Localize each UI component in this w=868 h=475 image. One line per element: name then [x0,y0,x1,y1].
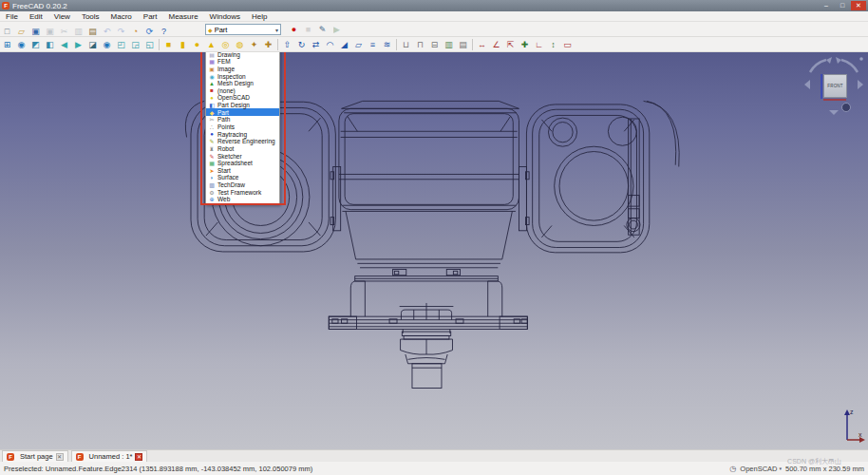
macro-edit-icon[interactable]: ✎ [315,23,330,36]
part-tube-icon[interactable]: ◍▾ [233,38,247,51]
workbench-dropdown-item[interactable]: ● OpenSCAD [206,94,279,102]
navcube-front-face[interactable]: FRONT [823,74,847,98]
measure-refresh-icon[interactable]: ⇱▾ [503,38,518,51]
boolean-common-icon[interactable]: ⊟▾ [427,38,442,51]
measure-toggle-icon[interactable]: ∟▾ [532,38,546,51]
workbench-dropdown-item[interactable]: ■ (none) [206,86,279,94]
viewport-3d[interactable]: FRONT z x ⌂ Arch ✎ Draft [0,52,868,449]
workbench-dropdown-item[interactable]: ▥ TechDraw [206,181,279,189]
part-cone-icon[interactable]: ▲▾ [204,38,218,51]
workbench-dropdown-item[interactable]: ◉ Inspection [206,72,279,80]
navigation-cube[interactable]: FRONT [802,55,865,116]
workbench-dropdown-item[interactable]: ● Raytracing [206,130,279,138]
fit-all-icon[interactable]: ⊞▾ [0,38,14,51]
workbench-dropdown-item[interactable]: ⚙ Test Framework [206,188,279,196]
close-button[interactable]: ✕ [851,1,866,10]
save-icon[interactable]: ▣▾ [28,25,43,38]
workbench-dropdown-item[interactable]: ◧ Part Design [206,102,279,109]
boolean-union-icon[interactable]: ⊔▾ [399,38,413,51]
edit-mode-icon[interactable]: ◔▾ [128,25,142,38]
macro-record-icon[interactable]: ● [287,23,301,36]
workbench-dropdown-item[interactable]: ▣ Image [206,66,279,73]
revolve-icon[interactable]: ↻▾ [294,38,309,51]
workbench-dropdown-item[interactable]: ◗ Surface [206,174,279,181]
viewport-dimensions: 500.70 mm x 230.59 mm [785,465,864,473]
maximize-button[interactable]: □ [835,1,850,10]
draw-style-icon[interactable]: ◪▾ [85,38,100,51]
workbench-dropdown-item[interactable]: ⊕ Web [206,196,279,203]
cut-icon[interactable]: ✂▾ [57,25,71,38]
redo-icon[interactable]: ↷▾ [114,25,128,38]
part-sphere-icon[interactable]: ●▾ [190,38,204,51]
chamfer-icon[interactable]: ◢▾ [337,38,351,51]
refresh-icon[interactable]: ⟳▾ [142,25,157,38]
new-document-icon[interactable]: □▾ [0,25,14,38]
workbench-item-label: Surface [217,174,238,180]
macro-play-icon[interactable]: ▶ [330,23,344,36]
workbench-dropdown-item[interactable]: ♜ Robot [206,145,279,153]
chevron-down-icon: ▾ [275,27,278,33]
measure-toggle-3d-icon[interactable]: ↕▾ [546,38,560,51]
wireframe-model[interactable] [0,52,868,449]
tab-start-page[interactable]: F Start page ✕ [2,450,68,462]
navigation-style-selector[interactable]: OpenSCAD ▾ [740,465,782,473]
front-view-icon[interactable]: ◧▾ [43,38,57,51]
workbench-dropdown-item[interactable]: ✎ Sketcher [206,152,279,160]
part-torus-icon[interactable]: ◎▾ [218,38,233,51]
tab-close-icon-highlighted[interactable]: ✕ [135,453,142,461]
copy-icon[interactable]: ▥▾ [71,25,85,38]
menu-item[interactable]: Windows [204,11,246,22]
toolbar-file: □▾▱▾▣▾▣▾✂▾▥▾▤▾↶▾↷▾◔▾⟳▾?▾ ◆ Part ▾ ●■✎▶ [0,22,868,37]
save-as-icon[interactable]: ▣▾ [43,25,57,38]
fillet-icon[interactable]: ◠▾ [323,38,337,51]
measure-linear-icon[interactable]: ↔▾ [475,38,489,51]
fit-selection-icon[interactable]: ◉▾ [14,38,28,51]
minimize-button[interactable]: – [819,1,834,10]
shape-builder-icon[interactable]: ✚▾ [261,38,275,51]
workbench-item-icon: ◆ [208,109,216,116]
workbench-dropdown-item[interactable]: ➤ Start [206,167,279,175]
paste-icon[interactable]: ▤▾ [85,25,100,38]
cross-section-icon[interactable]: ▤▾ [456,38,470,51]
workbench-selector[interactable]: ◆ Part ▾ [205,24,281,35]
extrude-icon[interactable]: ⇧▾ [280,38,294,51]
workbench-dropdown-item[interactable]: ▦ Spreadsheet [206,160,279,167]
tab-unnamed-document[interactable]: F Unnamed : 1* ✕ [71,450,148,462]
workbench-item-icon: ◉ [208,73,216,80]
part-primitives-icon[interactable]: ✦▾ [247,38,261,51]
section-icon[interactable]: ▥▾ [442,38,456,51]
axonometric-view-icon[interactable]: ◩▾ [28,38,43,51]
workbench-dropdown-item[interactable]: ∴ Points [206,124,279,131]
workbench-item-icon: ● [208,131,216,137]
part-box-icon[interactable]: ■▾ [161,38,176,51]
ruled-surface-icon[interactable]: ▱▾ [351,38,366,51]
view-cube-1-icon[interactable]: ◰▾ [114,38,128,51]
workbench-item-icon: ▲ [208,81,216,86]
workbench-dropdown-item[interactable]: ▦ FEM [206,58,279,66]
measure-angular-icon[interactable]: ∠▾ [489,38,503,51]
view-cube-2-icon[interactable]: ◲▾ [128,38,142,51]
open-document-icon[interactable]: ▱▾ [14,25,28,38]
workbench-dropdown-item[interactable]: ✂ Path [206,116,279,124]
view-cube-3-icon[interactable]: ◱▾ [142,38,157,51]
tab-close-icon[interactable]: ✕ [56,453,64,461]
boolean-cut-icon[interactable]: ⊓▾ [413,38,427,51]
measure-clear-icon[interactable]: ✚▾ [518,38,532,51]
measure-delta-icon[interactable]: ▭▾ [560,38,575,51]
workbench-dropdown-item[interactable]: ✎ Reverse Engineering [206,138,279,145]
part-cylinder-icon[interactable]: ▮▾ [176,38,190,51]
menu-item[interactable]: Help [246,11,273,22]
macro-stop-icon[interactable]: ■ [301,23,315,36]
mirror-icon[interactable]: ⇄▾ [309,38,323,51]
status-bar: Preselected: Unnamed.Feature.Edge2314 (1… [0,462,868,475]
workbench-dropdown-item[interactable]: ◆ Part [206,108,279,116]
sweep-icon[interactable]: ≋▾ [380,38,394,51]
workbench-dropdown-item[interactable]: ▲ Mesh Design [206,80,279,87]
zoom-icon[interactable]: ◉▾ [100,38,114,51]
nav-forward-icon[interactable]: ▶▾ [71,38,85,51]
undo-icon[interactable]: ↶▾ [100,25,114,38]
whats-this-icon[interactable]: ?▾ [157,25,171,38]
loft-icon[interactable]: ≡▾ [366,38,380,51]
nav-back-icon[interactable]: ◀▾ [57,38,71,51]
workbench-item-icon: ▦ [208,160,216,166]
